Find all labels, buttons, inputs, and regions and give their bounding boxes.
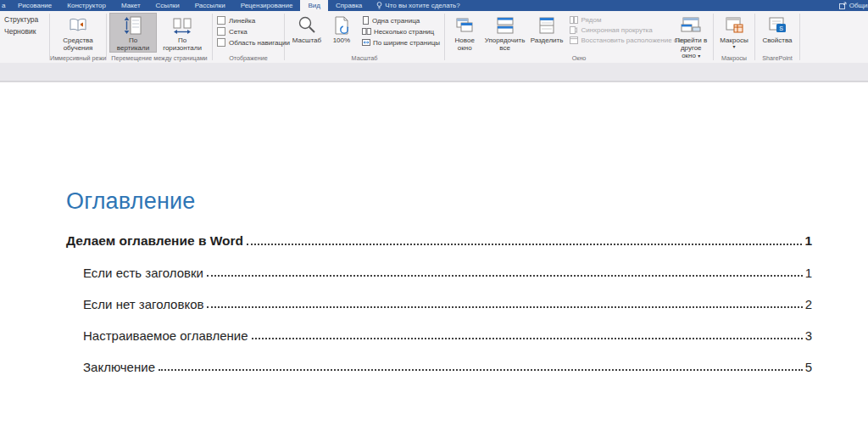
horizontal-scrolling-label: По горизонтали — [159, 36, 205, 52]
share-button[interactable]: Общий — [839, 0, 868, 11]
horizontal-scrolling-icon — [172, 15, 192, 36]
split-label: Разделить — [531, 36, 564, 44]
arrange-all-icon — [496, 15, 515, 36]
toc-entry[interactable]: Заключение 5 — [66, 343, 812, 374]
draft-view-button[interactable]: Черновик — [4, 27, 38, 36]
vertical-scrolling-button[interactable]: По вертикали — [109, 13, 157, 53]
learning-tools-label: Средства обучения — [56, 36, 100, 52]
arrange-all-button[interactable]: Упорядочить все — [481, 13, 527, 53]
toc-entry[interactable]: Если есть заголовки 1 — [66, 249, 812, 280]
ribbon-group-sharepoint: S Свойства SharePoint — [755, 11, 799, 63]
switch-windows-icon — [681, 15, 701, 36]
checkbox-icon — [217, 16, 225, 25]
tell-me-box[interactable]: Что вы хотите сделать? — [370, 0, 466, 11]
ribbon-group-views: Структура Черновик — [0, 11, 49, 63]
magnifier-icon — [297, 15, 317, 36]
navigation-pane-label: Область навигации — [229, 39, 290, 47]
zoom-100-button[interactable]: 100% — [326, 13, 357, 45]
chevron-down-icon: ▾ — [732, 44, 735, 49]
horizontal-scrolling-button[interactable]: По горизонтали — [157, 13, 208, 53]
ribbon-tab[interactable]: Рецензирование — [233, 0, 301, 11]
new-window-button[interactable]: Новое окно — [448, 13, 481, 53]
group-label-show: Отображение — [213, 54, 284, 62]
ribbon-tab[interactable]: Справка — [328, 0, 370, 11]
group-label-zoom: Масштаб — [285, 54, 444, 62]
navigation-pane-checkbox[interactable]: Область навигации — [217, 38, 290, 47]
group-label-sharepoint: SharePoint — [755, 54, 799, 62]
ribbon-group-macros: Макросы ▾ Макросы — [714, 11, 754, 63]
group-label-window: Окно — [445, 54, 713, 62]
lightbulb-icon — [376, 2, 382, 9]
properties-label: Свойства — [762, 36, 792, 44]
macros-icon — [725, 15, 743, 36]
arrange-all-label: Упорядочить все — [484, 36, 525, 52]
properties-button[interactable]: S Свойства — [758, 13, 797, 45]
document-background-strip — [0, 63, 868, 82]
sync-scrolling-label: Синхронная прокрутка — [581, 26, 652, 34]
one-page-label: Одна страница — [372, 17, 420, 25]
group-label-immersive: Иммерсивный режим — [50, 54, 106, 62]
split-icon — [537, 15, 556, 36]
ribbon-tab[interactable]: Рисование — [10, 0, 59, 11]
reset-window-position-button: Восстановить расположение окна — [570, 36, 670, 44]
document-page[interactable]: Оглавление Делаем оглавление в Word 1 Ес… — [0, 82, 868, 437]
multiple-pages-icon — [362, 27, 371, 36]
share-label: Общий — [849, 2, 868, 9]
one-page-icon — [362, 16, 370, 25]
gridlines-checkbox[interactable]: Сетка — [217, 27, 290, 36]
zoom-button[interactable]: Масштаб — [287, 13, 326, 45]
switch-windows-button[interactable]: Перейти в другое окно ▾ — [671, 13, 710, 60]
zoom-label: Масштаб — [292, 36, 321, 44]
one-page-button[interactable]: Одна страница — [362, 16, 440, 25]
ribbon-tab[interactable]: Макет — [114, 0, 148, 11]
word-window: а Рисование Конструктор Макет Ссылки Рас… — [0, 0, 868, 437]
tell-me-label: Что вы хотите сделать? — [385, 2, 459, 9]
toc-entry[interactable]: Делаем оглавление в Word 1 — [66, 221, 812, 249]
new-window-label: Новое окно — [450, 36, 479, 52]
macros-label: Макросы — [720, 36, 748, 44]
zoom-100-label: 100% — [333, 36, 350, 44]
ribbon-tabs: Рисование Конструктор Макет Ссылки Рассы… — [10, 0, 370, 11]
ribbon-group-page-movement: По вертикали По горизонтали Перемещение … — [107, 11, 212, 63]
outline-view-button[interactable]: Структура — [4, 15, 38, 24]
ruler-checkbox[interactable]: Линейка — [217, 16, 290, 25]
reset-window-position-icon — [570, 36, 578, 44]
learning-tools-button[interactable]: Средства обучения — [53, 13, 103, 53]
group-separator — [799, 14, 800, 60]
split-button[interactable]: Разделить — [528, 13, 566, 45]
ribbon-tab[interactable]: Вид — [300, 0, 327, 11]
toc-entry-title: Если нет заголовков — [83, 297, 203, 311]
zoom-100-icon — [332, 15, 351, 36]
ribbon-tab-partial[interactable]: а — [0, 0, 10, 11]
table-of-contents: Делаем оглавление в Word 1 Если есть заг… — [66, 221, 812, 374]
toc-leader-dots — [207, 275, 803, 277]
side-by-side-icon — [570, 16, 578, 24]
macros-button[interactable]: Макросы ▾ — [716, 13, 752, 50]
toc-leader-dots — [159, 369, 803, 371]
toc-page-number: 1 — [804, 233, 812, 249]
learning-tools-icon — [68, 15, 88, 36]
page-width-icon — [362, 38, 370, 47]
new-window-icon — [455, 15, 474, 36]
toc-page-number: 3 — [805, 328, 812, 343]
ribbon-tab[interactable]: Рассылки — [187, 0, 233, 11]
multiple-pages-button[interactable]: Несколько страниц — [362, 27, 440, 36]
toc-page-number: 2 — [805, 297, 812, 311]
toc-entry-title: Если есть заголовки — [83, 266, 203, 280]
ribbon-tab[interactable]: Конструктор — [59, 0, 114, 11]
ribbon-tab[interactable]: Ссылки — [148, 0, 187, 11]
sync-scrolling-icon — [570, 26, 578, 34]
synchronous-scrolling-button: Синхронная прокрутка — [570, 26, 670, 34]
toc-entry[interactable]: Настраиваемое оглавление 3 — [66, 311, 812, 343]
ribbon-group-zoom: Масштаб 100% Одна страница Несколько стр… — [285, 11, 444, 63]
toc-leader-dots — [207, 306, 802, 308]
svg-text:S: S — [779, 25, 783, 31]
page-width-button[interactable]: По ширине страницы — [362, 38, 440, 47]
toc-entry[interactable]: Если нет заголовков 2 — [66, 280, 812, 311]
multiple-pages-label: Несколько страниц — [374, 28, 434, 36]
sharepoint-properties-icon: S — [768, 15, 787, 36]
toc-leader-dots — [252, 338, 803, 339]
ribbon-view-tab-content: Структура Черновик Средства обучения Имм… — [0, 11, 868, 64]
checkbox-icon — [217, 38, 225, 47]
group-label-macros: Макросы — [714, 54, 754, 62]
